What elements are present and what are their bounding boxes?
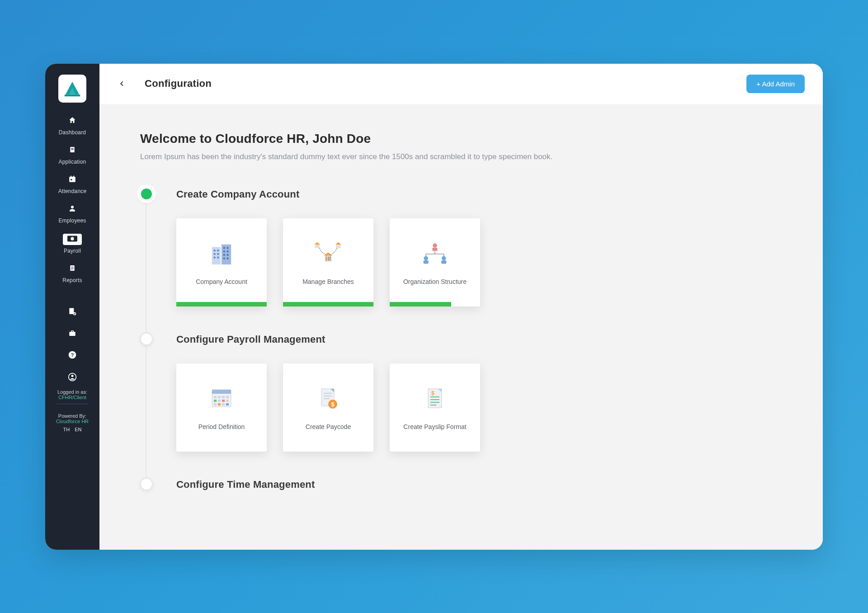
svg-rect-30 [214,253,216,255]
help-icon[interactable]: ? [68,350,77,362]
svg-rect-68 [226,396,229,398]
svg-rect-31 [217,253,219,255]
svg-rect-37 [227,250,229,252]
svg-rect-74 [218,403,221,406]
report-icon [69,264,76,274]
svg-rect-21 [71,330,74,332]
card-label: Create Paycode [306,423,351,431]
sidebar-item-label: Payroll [64,248,81,254]
svg-rect-45 [328,256,329,260]
svg-rect-39 [227,254,229,255]
sidebar-utility-icons: ? [68,307,77,384]
svg-rect-26 [212,247,221,264]
step-configure-payroll: Configure Payroll Management [140,334,782,452]
logged-in-label: Logged in as: [45,389,99,395]
svg-rect-27 [222,244,231,264]
card-label: Create Payslip Format [403,423,466,431]
svg-rect-2 [65,94,80,96]
sidebar-item-reports[interactable]: Reports [45,259,99,289]
svg-rect-5 [71,149,73,150]
sidebar: Dashboard Application Attendance Employe… [45,64,99,550]
card-label: Organization Structure [403,278,467,286]
topbar: Configuration + Add Admin [99,64,823,104]
svg-text:$: $ [431,390,434,396]
svg-rect-76 [226,403,229,406]
step-cards: Period Definition [176,363,782,452]
step-create-company: Create Company Account [140,189,782,306]
svg-rect-73 [214,403,217,406]
svg-rect-36 [223,250,225,252]
app-window: Dashboard Application Attendance Employe… [45,64,823,550]
document-icon [69,146,76,156]
progress-bar [283,302,373,306]
powered-by-block: Powered By: Cloudforce HR [45,413,99,424]
sidebar-item-attendance[interactable]: Attendance [45,170,99,200]
add-admin-button[interactable]: + Add Admin [746,75,805,93]
checklist-icon[interactable] [68,307,77,318]
step-dot-active [140,188,153,200]
progress-bar [176,302,267,306]
step-cards: Company Account [176,218,782,306]
sidebar-item-payroll[interactable]: Payroll [45,229,99,259]
profile-icon[interactable] [68,373,77,384]
svg-rect-70 [218,400,221,402]
svg-rect-34 [223,247,225,249]
card-period-definition[interactable]: Period Definition [176,363,267,452]
money-icon [67,235,77,244]
svg-point-57 [442,256,446,260]
svg-rect-71 [222,400,225,402]
logo [58,75,86,103]
calendar-icon [68,175,76,185]
svg-rect-18 [69,308,74,314]
progress-bar [390,302,451,306]
svg-rect-35 [227,247,229,249]
step-title: Configure Time Management [176,479,782,490]
lang-en[interactable]: EN [75,427,81,432]
lang-th[interactable]: TH [63,427,70,432]
card-company-account[interactable]: Company Account [176,218,267,306]
logged-in-block: Logged in as: CFHR/Client [45,389,99,400]
svg-rect-44 [326,256,327,260]
home-icon [68,116,76,127]
sidebar-item-employees[interactable]: Employees [45,200,99,229]
svg-rect-32 [214,256,216,258]
calendar-grid-icon [206,384,237,413]
sidebar-item-label: Employees [58,217,86,224]
svg-rect-56 [424,260,429,264]
svg-rect-16 [71,268,73,269]
card-create-payslip-format[interactable]: $ Create Payslip Format [390,363,480,452]
svg-point-55 [424,256,428,260]
svg-rect-8 [71,175,71,177]
card-organization-structure[interactable]: Organization Structure [390,218,480,306]
card-create-paycode[interactable]: $ Create Paycode [283,363,373,452]
sidebar-item-application[interactable]: Application [45,141,99,170]
svg-rect-75 [222,403,225,406]
main-area: Configuration + Add Admin Welcome to Clo… [99,64,823,550]
card-manage-branches[interactable]: Manage Branches [283,218,373,306]
steps-timeline: Create Company Account [140,189,782,490]
svg-rect-50 [336,245,340,248]
svg-rect-72 [226,400,229,402]
svg-rect-41 [227,257,229,259]
svg-text:?: ? [71,352,74,358]
svg-rect-38 [223,254,225,255]
welcome-title: Welcome to Cloudforce HR, John Doe [140,132,782,146]
svg-rect-58 [441,260,446,264]
sidebar-item-label: Reports [62,277,82,283]
back-button[interactable] [113,75,131,93]
svg-point-25 [71,375,74,377]
svg-rect-15 [71,267,73,267]
step-title: Configure Payroll Management [176,334,782,345]
welcome-subtitle: Lorem Ipsum has been the industry's stan… [140,152,782,161]
sidebar-item-dashboard[interactable]: Dashboard [45,112,99,141]
briefcase-icon[interactable] [68,329,77,340]
logged-in-value[interactable]: CFHR/Client [45,395,99,400]
svg-text:$: $ [331,401,335,408]
powered-by-value[interactable]: Cloudforce HR [45,419,99,424]
step-configure-time: Configure Time Management [140,479,782,490]
svg-rect-48 [315,245,320,248]
svg-rect-10 [71,179,72,180]
svg-rect-66 [218,396,221,398]
divider [57,404,88,404]
buildings-icon [206,239,237,268]
